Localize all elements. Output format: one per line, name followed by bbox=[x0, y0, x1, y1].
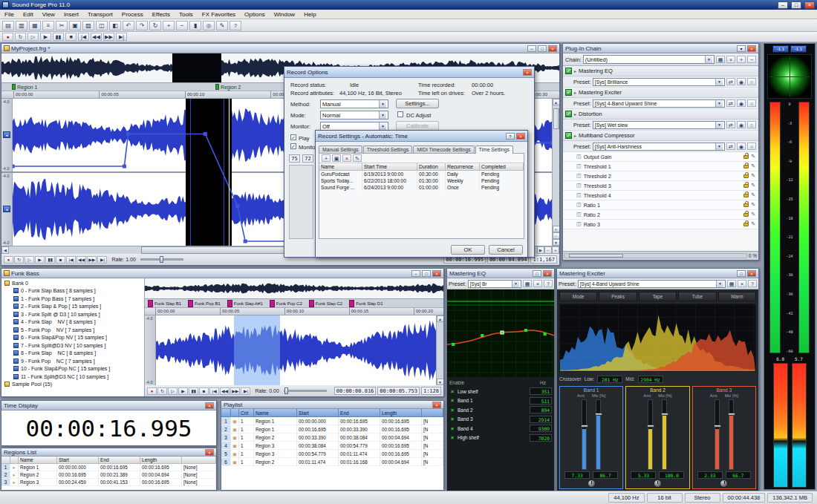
close-button[interactable]: × bbox=[543, 270, 552, 277]
magnify-tool-icon[interactable]: ◎ bbox=[203, 21, 215, 30]
scroll-down-icon[interactable]: ▼ bbox=[553, 239, 560, 246]
play-all-button[interactable]: ▷ bbox=[25, 256, 34, 264]
go-to-start-button[interactable]: |◀ bbox=[209, 387, 219, 395]
lock-icon[interactable] bbox=[743, 184, 749, 188]
band-frequency-value[interactable]: 511 bbox=[530, 397, 552, 405]
window-titlebar[interactable]: Time Display × bbox=[1, 401, 216, 410]
region-marker-1[interactable]: Region 1 bbox=[12, 84, 37, 90]
record-button[interactable]: ● bbox=[147, 387, 157, 395]
plugin-row[interactable]: ✓ ▸ Mastering Exciter bbox=[563, 88, 758, 98]
copy-icon[interactable]: ▣ bbox=[69, 21, 81, 30]
rate-slider[interactable] bbox=[140, 258, 183, 261]
rewind-button[interactable]: ◀◀ bbox=[220, 387, 230, 395]
play-checkbox[interactable]: ✓ bbox=[290, 134, 296, 140]
tree-item[interactable]: 6 - Funk Slap&Pop NV [ 15 samples ] bbox=[1, 334, 144, 342]
tab-time-settings[interactable]: Time Settings bbox=[475, 145, 513, 154]
tree-item[interactable]: 8 - Funk Slap NC [ 8 samples ] bbox=[1, 350, 144, 358]
table-row[interactable]: 3 ▣ 1 Region 2 00:00:33.390 00:00:38.084… bbox=[221, 433, 443, 442]
tree-item[interactable]: Bank 0 bbox=[1, 279, 144, 287]
rewind-button[interactable]: ◀◀ bbox=[77, 256, 86, 264]
window-titlebar[interactable]: MyProject.frg * – □ × bbox=[1, 44, 559, 53]
column-header[interactable]: Name bbox=[19, 456, 57, 464]
monitor-checkbox[interactable]: ✓ bbox=[290, 143, 296, 149]
tree-item[interactable]: Sample Pool (15) bbox=[1, 381, 144, 389]
table-row[interactable]: 5 ▣ 1 Region 3 00:00:54.779 00:01:11.474… bbox=[221, 450, 443, 458]
forward-button[interactable]: ▶▶ bbox=[87, 256, 97, 264]
band-enable-toggle[interactable]: × bbox=[449, 435, 455, 440]
go-to-end-button[interactable]: ▶| bbox=[97, 256, 107, 264]
table-row[interactable]: 6 ▣ 1 Region 2 00:01:11.474 00:01:16.168… bbox=[221, 458, 443, 466]
save-preset-icon[interactable]: ▦ bbox=[727, 280, 736, 287]
play-button[interactable]: ▶ bbox=[178, 387, 188, 395]
rate-slider[interactable] bbox=[284, 390, 327, 392]
amount-slider[interactable] bbox=[715, 399, 720, 470]
delete-preset-icon[interactable]: × bbox=[738, 280, 746, 287]
help-icon[interactable]: ? bbox=[544, 280, 553, 287]
tab-midi-timecode-settings[interactable]: MIDI Timecode Settings bbox=[413, 145, 474, 153]
preset-select[interactable]: [Sys] 4-Band Upward Shine ▼ bbox=[593, 99, 725, 108]
parameter-row[interactable]: ◫ Threshold 3 ✎ bbox=[563, 181, 758, 191]
peak-value[interactable]: -1.1 bbox=[790, 45, 807, 53]
table-row[interactable]: 2 ▸ Region 2 00:00:16.695 00:00:21.389 0… bbox=[1, 471, 216, 479]
menu-item[interactable]: Help bbox=[299, 10, 320, 19]
help-icon[interactable]: ? bbox=[748, 280, 757, 287]
cancel-button[interactable]: Cancel bbox=[489, 245, 523, 255]
tab-manual-settings[interactable]: Manual Settings bbox=[319, 145, 362, 153]
help-icon[interactable]: ? bbox=[230, 21, 241, 30]
zoom-in-icon[interactable]: + bbox=[553, 226, 560, 232]
gain-knob[interactable] bbox=[654, 480, 662, 488]
menu-item[interactable]: FX Favorites bbox=[198, 10, 240, 19]
column-header[interactable]: Duration bbox=[417, 163, 446, 171]
bypass-icon[interactable]: ○ bbox=[747, 121, 756, 128]
plugin-enabled-checkbox[interactable]: ✓ bbox=[565, 132, 572, 139]
eq-band-row[interactable]: × Low shelf 351 bbox=[449, 387, 552, 396]
chevron-down-icon[interactable]: ▼ bbox=[512, 280, 519, 287]
slider-handle[interactable] bbox=[661, 413, 668, 416]
band-enable-toggle[interactable]: × bbox=[449, 398, 455, 403]
sample-bank-tree[interactable]: Bank 0 0 - Funk Slap Bass [ 8 samples ] … bbox=[1, 278, 145, 396]
lock-icon[interactable] bbox=[743, 194, 749, 197]
plugin-row[interactable]: ✓ ▸ Mastering EQ bbox=[563, 66, 758, 76]
mode-select[interactable]: Normal▼ bbox=[320, 111, 388, 120]
play-all-button[interactable]: ▷ bbox=[27, 33, 39, 41]
band-frequency-value[interactable]: 351 bbox=[530, 387, 552, 395]
loop-playback-button[interactable]: ↻ bbox=[14, 256, 24, 264]
chevron-down-icon[interactable]: ▼ bbox=[715, 99, 723, 107]
parameter-row[interactable]: ◫ Threshold 2 ✎ bbox=[563, 171, 758, 181]
slider-handle[interactable] bbox=[714, 425, 721, 428]
parameter-row[interactable]: ◫ Ratio 2 ✎ bbox=[563, 210, 758, 220]
close-button[interactable]: × bbox=[205, 449, 214, 456]
go-to-end-button[interactable]: ▶| bbox=[241, 387, 250, 395]
gain-knob[interactable] bbox=[720, 480, 728, 488]
cut-icon[interactable]: ✂ bbox=[56, 21, 68, 30]
zoom-out-icon[interactable]: − bbox=[553, 232, 560, 239]
tree-item[interactable]: 0 - Funk Slap Bass [ 8 samples ] bbox=[1, 287, 144, 295]
preset-select[interactable]: [Sys] Anti-Harshness ▼ bbox=[593, 143, 725, 151]
table-row[interactable]: Sound Forge ... 6/24/2013 9:00:00 01:00:… bbox=[319, 184, 524, 191]
lock-icon[interactable] bbox=[743, 213, 749, 217]
tree-item[interactable]: 4 - Funk Slap NV [ 8 samples ] bbox=[1, 318, 144, 327]
tree-item[interactable]: 9 - Funk Pop NC [ 7 samples ] bbox=[1, 357, 144, 365]
panel-titlebar[interactable]: Plug-In Chain ▾ × bbox=[563, 44, 758, 53]
close-button[interactable]: × bbox=[548, 45, 557, 52]
restore-button[interactable]: □ bbox=[538, 45, 547, 52]
gain-knob[interactable] bbox=[587, 480, 596, 488]
parameter-row[interactable]: ◫ Threshold 4 ✎ bbox=[563, 191, 758, 200]
edit-icon[interactable]: ✎ bbox=[751, 183, 755, 189]
add-plugin-icon[interactable]: + bbox=[737, 56, 746, 63]
pin-button[interactable]: ▾ bbox=[737, 45, 746, 52]
chain-scrollbar[interactable] bbox=[564, 253, 747, 258]
automation-icon[interactable]: ⇄ bbox=[726, 143, 735, 150]
band-frequency-value[interactable]: 894 bbox=[530, 406, 552, 413]
edit-icon[interactable]: ✎ bbox=[751, 221, 755, 227]
restore-button[interactable]: □ bbox=[422, 270, 431, 277]
automation-icon[interactable]: ⇄ bbox=[726, 99, 735, 107]
app-titlebar[interactable]: Sound Forge Pro 11.0 – □ × bbox=[0, 0, 817, 10]
menu-item[interactable]: Tools bbox=[175, 10, 198, 19]
record-button[interactable]: ● bbox=[4, 256, 13, 264]
column-header[interactable]: Cnt bbox=[239, 409, 254, 417]
eq-band-row[interactable]: × Band 4 9380 bbox=[449, 424, 552, 433]
band-enable-toggle[interactable]: × bbox=[449, 426, 455, 431]
eq-band-row[interactable]: × Band 3 2914 bbox=[449, 415, 552, 425]
record-button[interactable]: ● bbox=[2, 33, 13, 41]
